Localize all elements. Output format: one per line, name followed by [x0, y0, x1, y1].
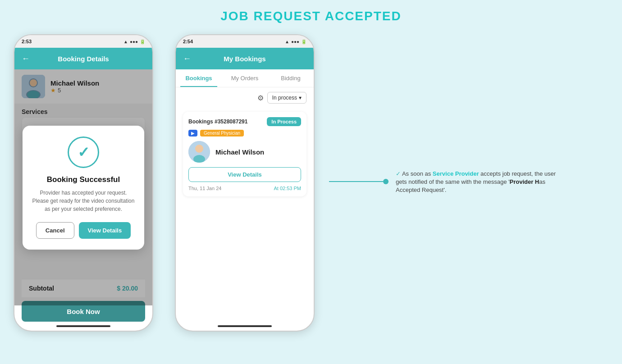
booking-card: Bookings #3528087291 In Process ▶ Genera… [183, 112, 306, 196]
chevron-down-icon: ▾ [299, 95, 302, 101]
page-title: JOB REQUEST ACCEPTED [220, 9, 401, 23]
annotation-text: ✓ As soon as Service Provider accepts jo… [396, 169, 567, 194]
tab-bookings[interactable]: Bookings [176, 69, 222, 87]
battery-icon2: 🔋 [301, 39, 306, 44]
modal-overlay: ✓ Booking Successful Provider has accept… [14, 69, 152, 305]
booking-card-top: Bookings #3528087291 In Process [188, 117, 301, 126]
phone2-back-arrow[interactable]: ← [183, 54, 191, 64]
service-tags: ▶ General Physician [188, 130, 301, 136]
modal-buttons: Cancel View Details [32, 222, 135, 239]
phone2-header: ← My Bookings [176, 48, 314, 69]
phone2: 2:54 ▲ ●●● 🔋 ← My Bookings Bookings My O… [175, 34, 315, 332]
phone2-doctor-row: Michael Wilson [188, 141, 301, 163]
signal-icon2: ●●● [291, 39, 299, 44]
view-details-button[interactable]: View Details [79, 222, 131, 239]
booking-date: Thu, 11 Jan 24 [188, 186, 221, 191]
tab-my-orders[interactable]: My Orders [222, 69, 268, 87]
filter-dropdown[interactable]: In process ▾ [267, 92, 306, 104]
battery-icon: 🔋 [140, 39, 145, 44]
phone2-header-title: My Bookings [224, 55, 265, 63]
phone2-doctor-avatar [188, 141, 210, 163]
check-icon: ✓ [78, 144, 90, 161]
wifi-icon2: ▲ [285, 39, 289, 44]
phone1-home-bar [56, 325, 110, 327]
modal-description: Provider has accepted your request. Plea… [32, 189, 135, 213]
annotation-content: As soon as Service Provider accepts job … [396, 170, 556, 193]
phone2-status-icons: ▲ ●●● 🔋 [285, 39, 306, 44]
phone2-status-bar: 2:54 ▲ ●●● 🔋 [176, 35, 314, 48]
filter-icon[interactable]: ⚙ [257, 94, 264, 102]
modal-box: ✓ Booking Successful Provider has accept… [23, 126, 144, 250]
video-icon: ▶ [191, 131, 195, 136]
filter-label: In process [272, 95, 297, 101]
general-physician-tag: General Physician [200, 130, 244, 136]
phone2-view-details-button[interactable]: View Details [188, 167, 301, 182]
phone1: 2:53 ▲ ●●● 🔋 ← Booking Details [14, 34, 153, 332]
annotation-highlight1: Service Provider [433, 170, 479, 177]
phone2-time: 2:54 [183, 39, 193, 44]
phone1-header: ← Booking Details [14, 48, 152, 69]
tabs-row: Bookings My Orders Bidding [176, 69, 314, 87]
phone1-time: 2:53 [22, 39, 32, 44]
connector-dot [383, 179, 389, 184]
connector-line [329, 181, 383, 182]
video-tag: ▶ [188, 130, 197, 136]
filter-row: ⚙ In process ▾ [176, 87, 314, 108]
annotation-container: ✓ As soon as Service Provider accepts jo… [329, 169, 567, 194]
annotation-highlight2: Provider H [510, 178, 540, 185]
phones-row: 2:53 ▲ ●●● 🔋 ← Booking Details [0, 34, 622, 332]
tab-bidding[interactable]: Bidding [268, 69, 314, 87]
phone1-status-icons: ▲ ●●● 🔋 [123, 39, 145, 44]
booking-footer: Thu, 11 Jan 24 At 02:53 PM [188, 186, 301, 191]
svg-point-6 [195, 145, 203, 153]
signal-icon: ●●● [130, 39, 138, 44]
phone2-doctor-name: Michael Wilson [215, 148, 264, 156]
phone1-header-title: Booking Details [58, 55, 109, 63]
phone2-home-bar [218, 325, 272, 327]
in-process-badge: In Process [267, 117, 301, 126]
cancel-button[interactable]: Cancel [36, 222, 74, 239]
phone1-status-bar: 2:53 ▲ ●●● 🔋 [14, 35, 152, 48]
modal-title: Booking Successful [32, 175, 135, 184]
annotation-check: ✓ [396, 170, 402, 177]
booking-id: Bookings #3528087291 [188, 118, 247, 125]
success-circle: ✓ [68, 136, 99, 168]
wifi-icon: ▲ [123, 39, 128, 44]
phone1-back-arrow[interactable]: ← [22, 54, 30, 64]
booking-time: At 02:53 PM [274, 186, 301, 191]
